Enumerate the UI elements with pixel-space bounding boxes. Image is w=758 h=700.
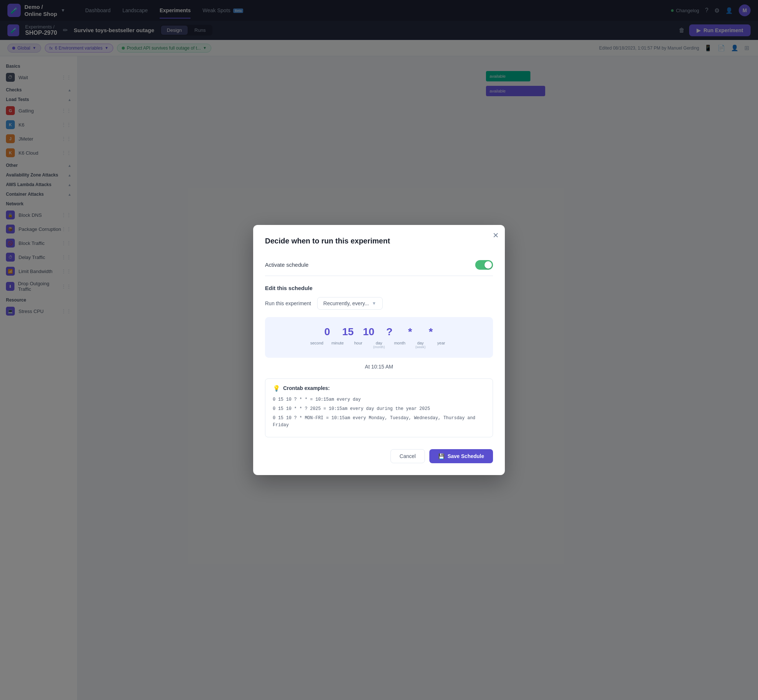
edit-section-title: Edit this schedule <box>265 285 493 291</box>
toggle-slider <box>475 260 493 270</box>
crontab-example-3: 0 15 10 ? * MON-FRI = 10:15am every Mond… <box>273 415 485 429</box>
cron-hour: 10 <box>363 326 374 338</box>
cron-time-label: At 10:15 AM <box>265 364 493 370</box>
modal-close-button[interactable]: ✕ <box>493 231 499 240</box>
save-schedule-button[interactable]: 💾 Save Schedule <box>429 449 493 463</box>
run-label: Run this experiment <box>265 300 311 306</box>
modal-overlay[interactable]: ✕ Decide when to run this experiment Act… <box>0 0 758 700</box>
crontab-example-2: 0 15 10 * * ? 2025 = 10:15am every day d… <box>273 406 485 412</box>
activate-schedule-toggle[interactable] <box>475 260 493 270</box>
crontab-example-1: 0 15 10 ? * * = 10:15am every day <box>273 396 485 403</box>
activate-schedule-label: Activate schedule <box>265 262 309 268</box>
edit-schedule-section: Edit this schedule Run this experiment R… <box>265 285 493 438</box>
activate-schedule-row: Activate schedule <box>265 254 493 276</box>
cron-display: 0 15 10 ? * * second minute hour day (mo… <box>265 317 493 358</box>
cron-day-week: * <box>425 326 437 338</box>
chevron-down-icon: ▼ <box>372 301 376 306</box>
cron-month: * <box>404 326 416 338</box>
modal-title: Decide when to run this experiment <box>265 237 493 245</box>
cron-values: 0 15 10 ? * * <box>271 326 487 338</box>
bulb-icon: 💡 <box>273 385 280 392</box>
save-icon: 💾 <box>438 453 445 459</box>
crontab-examples-box: 💡 Crontab examples: 0 15 10 ? * * = 10:1… <box>265 378 493 438</box>
cron-minute: 15 <box>342 326 354 338</box>
run-row: Run this experiment Recurrently, every..… <box>265 297 493 310</box>
recurrence-select[interactable]: Recurrently, every... ▼ <box>317 297 383 310</box>
crontab-header: 💡 Crontab examples: <box>273 385 485 392</box>
cron-second: 0 <box>321 326 333 338</box>
cancel-button[interactable]: Cancel <box>390 449 425 463</box>
modal-footer: Cancel 💾 Save Schedule <box>265 449 493 463</box>
cron-labels: second minute hour day (month) month day… <box>271 341 487 349</box>
schedule-modal: ✕ Decide when to run this experiment Act… <box>253 225 505 475</box>
cron-day-month: ? <box>384 326 395 338</box>
